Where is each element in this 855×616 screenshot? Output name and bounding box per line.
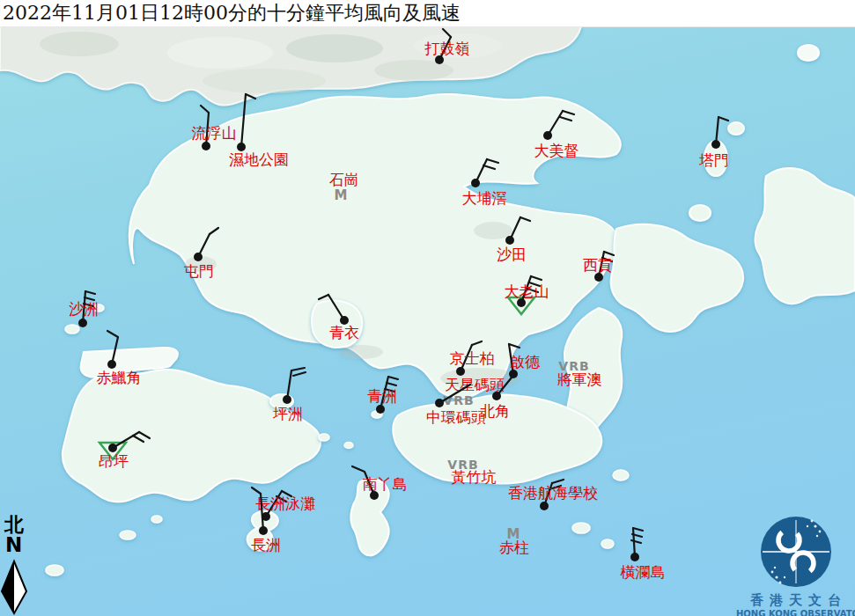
station-dot: [505, 236, 514, 245]
station-waglan-island: 橫瀾島: [621, 528, 666, 581]
station-label: 青衣: [329, 324, 359, 341]
station-cheung-chau-beach: 長洲泳灘: [255, 491, 315, 521]
station-label: 坪洲: [273, 405, 303, 422]
station-label: 赤鱲角: [97, 369, 142, 386]
compass-north-en: N: [2, 535, 37, 554]
station-label: 沙洲: [69, 300, 99, 318]
station-label: 沙田: [497, 246, 527, 263]
north-arrow-icon: [2, 561, 26, 613]
hko-name-cn: 香港天文台: [736, 592, 855, 609]
station-stanley: M赤柱: [499, 526, 529, 556]
station-dot: [259, 526, 268, 535]
station-dot: [492, 392, 501, 400]
wind-barb-tick: [387, 383, 396, 385]
station-dot: [711, 140, 720, 149]
station-label: 流浮山: [192, 124, 237, 142]
hko-wordmark: 香港天文台 HONG KONG OBSERVATORY: [736, 515, 855, 616]
wind-barb-tick: [552, 480, 564, 483]
station-label: 濕地公園: [229, 150, 289, 168]
station-dot: [509, 370, 518, 378]
hko-name-en: HONG KONG OBSERVATORY: [736, 609, 855, 616]
vrb-marker: VRB: [443, 393, 474, 407]
station-dot: [471, 179, 480, 187]
wind-barb-tick: [201, 106, 209, 113]
station-label: 大美督: [534, 142, 579, 159]
station-dot: [78, 319, 87, 327]
station-dot: [630, 553, 639, 561]
station-tap-mun: 塔門: [698, 117, 729, 169]
maintenance-marker: M: [335, 187, 348, 203]
compass-north-cn: 北: [2, 516, 37, 535]
station-label: 青洲: [367, 387, 397, 405]
station-label: 打鼓嶺: [424, 40, 470, 57]
map-title-bar: 2022年11月01日12時00分的十分鐘平均風向及風速: [0, 0, 855, 27]
station-label: 橫瀾島: [621, 563, 666, 581]
station-dot: [594, 273, 603, 282]
station-label: 南丫島: [363, 475, 408, 493]
station-label: 大老山: [505, 282, 549, 300]
station-label: 長洲: [251, 536, 281, 554]
hong-kong-map: 打鼓嶺流浮山濕地公園大美督塔門M石崗大埔滘沙田西貢屯門沙洲大老山青衣京士柏啟德V…: [0, 0, 855, 616]
station-dot: [108, 444, 117, 452]
station-label: 香港航海學校: [508, 484, 598, 502]
station-label: 啟德: [510, 353, 541, 370]
station-label: 塔門: [698, 151, 729, 169]
station-label: 中環碼頭: [426, 408, 486, 426]
wind-barb-tick: [719, 117, 728, 121]
station-dot: [456, 367, 465, 376]
station-label: 屯門: [184, 262, 214, 280]
station-label: 京士柏: [450, 349, 495, 367]
station-dot: [283, 395, 291, 404]
station-dot: [540, 502, 549, 510]
station-green-island: 青洲: [367, 377, 398, 414]
wind-map-page: 打鼓嶺流浮山濕地公園大美督塔門M石崗大埔滘沙田西貢屯門沙洲大老山青衣京士柏啟德V…: [0, 0, 855, 616]
map-title: 2022年11月01日12時00分的十分鐘平均風向及風速: [0, 0, 461, 26]
station-label: 黃竹坑: [452, 468, 497, 486]
station-label: 大埔滘: [462, 189, 507, 207]
station-dot: [107, 360, 116, 369]
station-dot: [376, 405, 385, 414]
station-label: 將軍澳: [557, 370, 602, 388]
station-label: 長洲泳灘: [255, 495, 315, 512]
wind-barb-tick: [85, 291, 95, 294]
wind-barb-tick: [631, 540, 641, 543]
station-label: 赤柱: [499, 539, 529, 556]
wind-barb-tick: [252, 488, 261, 494]
station-dot: [194, 253, 203, 261]
compass: 北 N: [2, 516, 37, 554]
wind-barb-tick: [388, 377, 398, 379]
station-label: 北角: [480, 402, 510, 420]
station-dot: [202, 142, 210, 150]
station-sha-chau: 沙洲: [69, 291, 99, 327]
station-label: 天星碼頭: [445, 376, 505, 393]
wind-barb-tick: [293, 372, 306, 376]
station-hk-sea-school: 香港航海學校: [508, 480, 598, 510]
station-dot: [435, 399, 444, 407]
station-label: 西貢: [583, 256, 613, 274]
wind-barb-tick: [633, 528, 643, 531]
landmass-shenzhen: [0, 26, 581, 105]
station-label: 石崗: [329, 171, 359, 188]
station-label: 昂坪: [99, 452, 129, 470]
station-dot: [543, 131, 552, 140]
